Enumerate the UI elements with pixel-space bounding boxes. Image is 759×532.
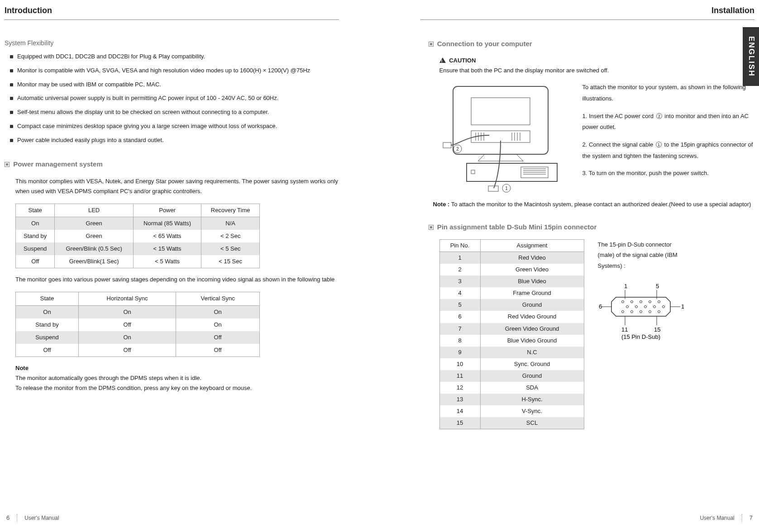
step-2: 2. Connect the signal cable 1 to the 15p… (582, 139, 755, 162)
cell: SCL (480, 417, 584, 429)
svg-rect-1 (471, 98, 530, 125)
connection-heading: Connection to your computer (429, 38, 755, 50)
cell: 11 (439, 370, 480, 382)
section-head-text: Pin assignment table D-Sub Mini 15pin co… (437, 223, 597, 231)
svg-point-36 (653, 306, 655, 308)
cell: 4 (439, 287, 480, 299)
caution-text: Ensure that both the PC and the display … (439, 66, 755, 76)
cell: 7 (439, 323, 480, 335)
svg-point-35 (644, 306, 646, 308)
cell: V-Sync. (480, 405, 584, 417)
callout-2-icon: 2 (656, 113, 662, 119)
language-tab: ENGLISH (743, 27, 759, 86)
cell: On (16, 305, 79, 318)
cell: 6 (439, 311, 480, 323)
attach-intro: To attach the monitor to your system, as… (582, 82, 755, 104)
cell: Off (16, 255, 55, 268)
cell: Normal (85 Watts) (133, 217, 201, 230)
note-label: Note : (433, 201, 450, 208)
list-item: Self-test menu allows the display unit t… (17, 107, 339, 118)
cell: Off (176, 344, 260, 357)
cell: < 15 Watts (133, 242, 201, 255)
cell: Off (16, 344, 79, 357)
svg-rect-17 (471, 170, 475, 174)
sync-table: State Horizontal Sync Vertical Sync On O… (15, 292, 260, 356)
svg-text:2: 2 (456, 147, 459, 152)
power-management-heading: Power management system (5, 158, 339, 170)
section-bullet-icon (429, 225, 434, 230)
cell: 5 (439, 299, 480, 311)
list-item: Automatic universal power supply is buil… (17, 93, 339, 104)
col-header: Recovery Time (201, 204, 260, 217)
dsub-diagram: 1 5 6 10 (598, 282, 688, 344)
cell: Red Video (480, 252, 584, 264)
svg-text:11: 11 (621, 326, 628, 333)
feature-list: Equipped with DDC1, DDC2B and DDC2Bi for… (5, 51, 339, 146)
section-bullet-icon (429, 42, 434, 47)
section-head-text: Power management system (13, 160, 103, 168)
cell: 13 (439, 394, 480, 405)
page-title-left: Introduction (5, 4, 339, 18)
cell: < 2 Sec (201, 230, 260, 242)
cell: On (16, 217, 55, 230)
col-header: Horizontal Sync (78, 292, 176, 305)
svg-point-42 (658, 311, 660, 313)
cell: Red Video Ground (480, 311, 584, 323)
list-item: Power cable included easily plugs into a… (17, 135, 339, 146)
svg-text:5: 5 (656, 283, 659, 290)
svg-point-33 (626, 306, 628, 308)
monitor-illustration: 2 1 (439, 82, 571, 195)
cell: 9 (439, 347, 480, 358)
cell: 14 (439, 405, 480, 417)
section-bullet-icon (5, 162, 10, 167)
col-header: Vertical Sync (176, 292, 260, 305)
svg-point-31 (649, 301, 651, 303)
svg-point-39 (630, 311, 633, 313)
cell: Green Video (480, 264, 584, 276)
cell: On (176, 318, 260, 331)
svg-text:1: 1 (505, 186, 508, 191)
step-1: 1. Insert the AC power cord 2 into monit… (582, 111, 755, 133)
note-label: Note (15, 363, 339, 373)
cell: Green (55, 217, 134, 230)
cell: Sync. Ground (480, 358, 584, 370)
section-head-text: Connection to your computer (437, 40, 532, 48)
svg-point-40 (640, 311, 642, 313)
cell: 10 (439, 358, 480, 370)
svg-rect-18 (443, 142, 451, 148)
svg-text:6: 6 (599, 303, 602, 310)
cell: 2 (439, 264, 480, 276)
cell: Ground (480, 370, 584, 382)
cell: Stand by (16, 318, 79, 331)
col-header: State (16, 292, 79, 305)
svg-point-29 (630, 301, 633, 303)
list-item: Compact case minimizes desktop space giv… (17, 121, 339, 132)
cell: < 5 Watts (133, 255, 201, 268)
mac-note: Note : To attach the monitor to the Maci… (433, 200, 755, 209)
svg-point-41 (649, 311, 651, 313)
svg-point-28 (621, 301, 624, 303)
caution-label: CAUTION (449, 57, 476, 64)
cell: Off (78, 344, 176, 357)
svg-point-32 (658, 301, 660, 303)
page-number: 6 (6, 513, 10, 523)
svg-rect-21 (488, 186, 498, 191)
footer-text: User's Manual (700, 513, 734, 522)
cell: Blue Video (480, 276, 584, 287)
cell: Green/Blink(1 Sec) (55, 255, 134, 268)
step-text: 2. Connect the signal cable (582, 141, 655, 148)
cell: SDA (480, 382, 584, 394)
list-item: Monitor may be used with IBM or compatib… (17, 79, 339, 90)
pin-table: Pin No. Assignment 1Red Video 2Green Vid… (439, 239, 584, 430)
cell: Frame Ground (480, 287, 584, 299)
list-item: Monitor is compatible with VGA, SVGA, VE… (17, 65, 339, 76)
page-number: 7 (749, 513, 753, 523)
system-flexibility-heading: System Flexibility (5, 38, 339, 49)
cell: 3 (439, 276, 480, 287)
step-text: 1. Insert the AC power cord (582, 113, 655, 119)
col-header: Power (133, 204, 201, 217)
footer-left: 6 User's Manual (6, 513, 59, 523)
cell: Suspend (16, 331, 79, 344)
footer-text: User's Manual (24, 513, 59, 522)
cell: Off (78, 318, 176, 331)
